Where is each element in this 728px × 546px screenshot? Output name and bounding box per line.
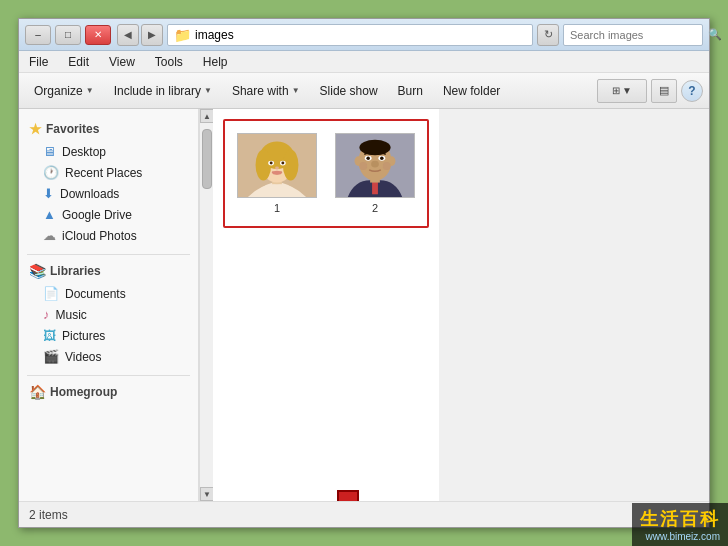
scroll-up-button[interactable]: ▲	[200, 109, 214, 123]
watermark-url-text: www.bimeiz.com	[646, 531, 720, 542]
burn-button[interactable]: Burn	[389, 78, 432, 104]
favorites-title[interactable]: ★ Favorites	[19, 117, 198, 141]
file-item-2[interactable]: 2	[331, 129, 419, 218]
search-input[interactable]	[570, 29, 708, 41]
toolbar: Organize ▼ Include in library ▼ Share wi…	[19, 73, 709, 109]
nav-arrows: ◀ ▶	[117, 24, 163, 46]
star-icon: ★	[29, 121, 42, 137]
refresh-button[interactable]: ↻	[537, 24, 559, 46]
music-icon: ♪	[43, 307, 50, 322]
recent-icon: 🕐	[43, 165, 59, 180]
include-arrow: ▼	[204, 86, 212, 95]
organize-button[interactable]: Organize ▼	[25, 78, 103, 104]
sidebar: ★ Favorites 🖥 Desktop 🕐 Recent Places ⬇ …	[19, 109, 199, 501]
selection-box: 1	[223, 119, 429, 228]
thumbnail-1	[237, 133, 317, 198]
menu-tools[interactable]: Tools	[151, 53, 187, 71]
toolbar-right: ⊞ ▼ ▤ ?	[597, 79, 703, 103]
svg-rect-14	[372, 181, 378, 195]
search-bar[interactable]: 🔍	[563, 24, 703, 46]
minimize-button[interactable]: –	[25, 25, 51, 45]
share-arrow: ▼	[292, 86, 300, 95]
svg-point-26	[383, 162, 391, 170]
include-library-button[interactable]: Include in library ▼	[105, 78, 221, 104]
libraries-section: 📚 Libraries 📄 Documents ♪ Music 🖼 Pictur…	[19, 259, 198, 367]
sidebar-item-pictures[interactable]: 🖼 Pictures	[19, 325, 198, 346]
homegroup-section: 🏠 Homegroup	[19, 380, 198, 404]
videos-icon: 🎬	[43, 349, 59, 364]
sidebar-item-gdrive[interactable]: ▲ Google Drive	[19, 204, 198, 225]
view-toggle-button[interactable]: ⊞ ▼	[597, 79, 647, 103]
explorer-window: – □ ✕ ◀ ▶ 📁 images ↻ 🔍	[18, 18, 710, 528]
status-bar: 2 items	[19, 501, 709, 527]
sidebar-divider-2	[27, 375, 190, 376]
svg-point-11	[275, 166, 279, 169]
menu-edit[interactable]: Edit	[64, 53, 93, 71]
svg-marker-27	[318, 491, 378, 501]
breadcrumb[interactable]: 📁 images	[167, 24, 533, 46]
svg-point-12	[272, 171, 282, 175]
libraries-title[interactable]: 📚 Libraries	[19, 259, 198, 283]
libs-icon: 📚	[29, 263, 46, 279]
scroll-down-button[interactable]: ▼	[200, 487, 214, 501]
new-folder-button[interactable]: New folder	[434, 78, 509, 104]
sidebar-item-icloud[interactable]: ☁ iCloud Photos	[19, 225, 198, 246]
share-with-button[interactable]: Share with ▼	[223, 78, 309, 104]
scroll-thumb[interactable]	[202, 129, 212, 189]
title-bar: – □ ✕ ◀ ▶ 📁 images ↻ 🔍	[19, 19, 709, 51]
breadcrumb-text: images	[195, 28, 234, 42]
watermark: 生活百科 www.bimeiz.com	[632, 503, 728, 546]
menu-help[interactable]: Help	[199, 53, 232, 71]
search-icon: 🔍	[708, 28, 722, 41]
home-icon: 🏠	[29, 384, 46, 400]
svg-point-17	[359, 140, 390, 156]
homegroup-title[interactable]: 🏠 Homegroup	[19, 380, 198, 404]
svg-point-23	[380, 156, 384, 160]
file-label-2: 2	[372, 202, 378, 214]
svg-point-9	[270, 162, 273, 165]
close-button[interactable]: ✕	[85, 25, 111, 45]
menu-bar: File Edit View Tools Help	[19, 51, 709, 73]
desktop-icon: 🖥	[43, 144, 56, 159]
view-arrow: ▼	[622, 85, 632, 96]
svg-point-6	[283, 149, 299, 180]
watermark-zh-text: 生活百科	[640, 507, 720, 531]
view-icon: ⊞	[612, 85, 620, 96]
svg-point-25	[359, 162, 367, 170]
icloud-icon: ☁	[43, 228, 56, 243]
preview-pane-button[interactable]: ▤	[651, 79, 677, 103]
svg-point-5	[256, 149, 272, 180]
organize-arrow: ▼	[86, 86, 94, 95]
window-controls: – □ ✕	[25, 25, 111, 45]
svg-point-22	[366, 156, 370, 160]
sidebar-item-videos[interactable]: 🎬 Videos	[19, 346, 198, 367]
gdrive-icon: ▲	[43, 207, 56, 222]
file-item-1[interactable]: 1	[233, 129, 321, 218]
menu-file[interactable]: File	[25, 53, 52, 71]
file-label-1: 1	[274, 202, 280, 214]
main-content: ★ Favorites 🖥 Desktop 🕐 Recent Places ⬇ …	[19, 109, 709, 501]
sidebar-item-desktop[interactable]: 🖥 Desktop	[19, 141, 198, 162]
sidebar-item-recent[interactable]: 🕐 Recent Places	[19, 162, 198, 183]
preview-icon: ▤	[659, 84, 669, 97]
pics-icon: 🖼	[43, 328, 56, 343]
file-area: 1	[213, 109, 439, 501]
svg-point-10	[281, 162, 284, 165]
menu-view[interactable]: View	[105, 53, 139, 71]
sidebar-scrollbar[interactable]: ▲ ▼	[199, 109, 213, 501]
svg-point-24	[371, 161, 379, 168]
favorites-section: ★ Favorites 🖥 Desktop 🕐 Recent Places ⬇ …	[19, 117, 198, 246]
item-count: 2 items	[29, 508, 68, 522]
sidebar-item-documents[interactable]: 📄 Documents	[19, 283, 198, 304]
sidebar-item-music[interactable]: ♪ Music	[19, 304, 198, 325]
sidebar-item-downloads[interactable]: ⬇ Downloads	[19, 183, 198, 204]
folder-icon: 📁	[174, 27, 191, 43]
help-button[interactable]: ?	[681, 80, 703, 102]
maximize-button[interactable]: □	[55, 25, 81, 45]
forward-button[interactable]: ▶	[141, 24, 163, 46]
thumbnail-2	[335, 133, 415, 198]
slideshow-button[interactable]: Slide show	[311, 78, 387, 104]
back-button[interactable]: ◀	[117, 24, 139, 46]
sidebar-divider-1	[27, 254, 190, 255]
download-icon: ⬇	[43, 186, 54, 201]
